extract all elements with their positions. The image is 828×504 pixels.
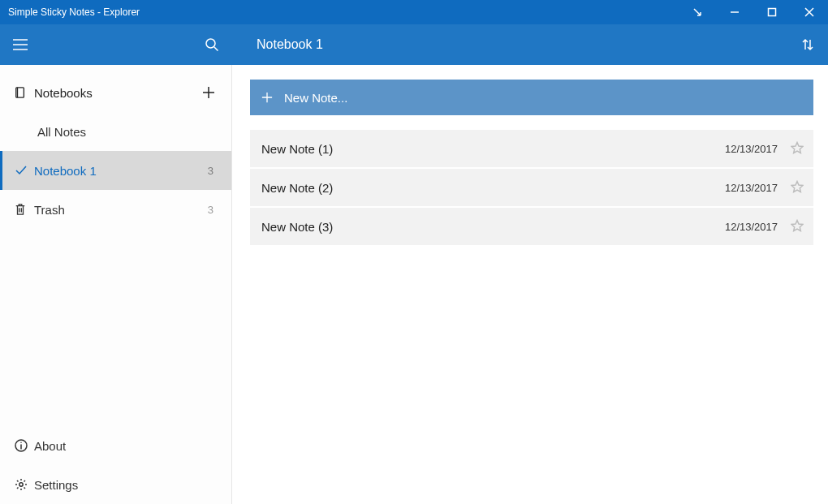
- search-button[interactable]: [192, 24, 232, 65]
- note-date: 12/13/2017: [725, 182, 778, 194]
- topbar-title: Notebook 1: [232, 37, 787, 52]
- about-button[interactable]: About: [0, 426, 231, 465]
- sidebar-item-trash[interactable]: Trash 3: [0, 190, 231, 229]
- note-row[interactable]: New Note (1)12/13/2017: [250, 130, 813, 167]
- info-icon: [15, 439, 34, 452]
- star-icon[interactable]: [791, 141, 804, 157]
- plus-icon: [261, 92, 273, 103]
- new-note-button[interactable]: New Note...: [250, 80, 813, 115]
- svg-rect-0: [769, 9, 776, 16]
- note-title: New Note (3): [261, 220, 725, 234]
- sidebar-item-label: Trash: [34, 203, 208, 217]
- note-row[interactable]: New Note (3)12/13/2017: [250, 208, 813, 245]
- svg-point-4: [19, 483, 23, 486]
- window-title: Simple Sticky Notes - Explorer: [8, 6, 679, 18]
- notebooks-header[interactable]: Notebooks: [0, 73, 231, 112]
- topbar: Notebook 1: [0, 24, 828, 65]
- sidebar-item-label: Notebook 1: [34, 164, 208, 178]
- about-label: About: [34, 439, 66, 453]
- settings-button[interactable]: Settings: [0, 465, 231, 504]
- sidebar-item-notebook-1[interactable]: Notebook 1 3: [0, 151, 231, 190]
- note-date: 12/13/2017: [725, 143, 778, 155]
- notes-list: New Note (1)12/13/2017New Note (2)12/13/…: [250, 130, 813, 245]
- check-icon: [15, 164, 34, 177]
- note-row[interactable]: New Note (2)12/13/2017: [250, 169, 813, 206]
- sidebar: Notebooks All Notes Notebook 1 3 Trash 3: [0, 65, 232, 504]
- maximize-button[interactable]: [753, 0, 791, 24]
- note-title: New Note (1): [261, 142, 725, 156]
- minimize-button[interactable]: [716, 0, 753, 24]
- sidebar-item-label: All Notes: [37, 125, 213, 139]
- sidebar-item-all-notes[interactable]: All Notes: [0, 112, 231, 151]
- notebooks-header-label: Notebooks: [34, 86, 199, 100]
- sidebar-item-count: 3: [208, 204, 218, 216]
- note-date: 12/13/2017: [725, 221, 778, 233]
- svg-point-1: [206, 39, 215, 48]
- close-button[interactable]: [791, 0, 828, 24]
- main-panel: New Note... New Note (1)12/13/2017New No…: [232, 65, 828, 504]
- sidebar-item-count: 3: [208, 165, 218, 177]
- add-notebook-button[interactable]: [199, 86, 218, 99]
- settings-label: Settings: [34, 478, 78, 492]
- note-title: New Note (2): [261, 181, 725, 195]
- trash-icon: [15, 203, 34, 216]
- star-icon[interactable]: [791, 180, 804, 196]
- window-titlebar: Simple Sticky Notes - Explorer: [0, 0, 828, 24]
- notebook-icon: [15, 86, 34, 99]
- resize-diagonal-icon[interactable]: [679, 0, 716, 24]
- gear-icon: [15, 478, 34, 491]
- new-note-label: New Note...: [284, 91, 347, 105]
- star-icon[interactable]: [791, 219, 804, 235]
- sort-button[interactable]: [787, 24, 828, 65]
- menu-button[interactable]: [0, 24, 41, 65]
